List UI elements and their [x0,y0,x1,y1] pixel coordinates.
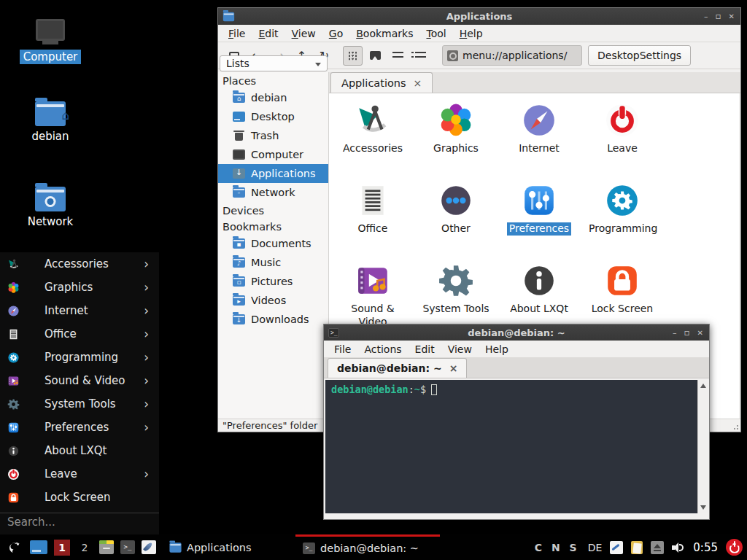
videos-folder-icon: ▸ [233,295,245,306]
sidebar-item-music[interactable]: ♪ Music [218,253,328,272]
workspace-1-button[interactable]: 1 [54,540,70,556]
thumbnail-view-button[interactable] [365,46,385,66]
maximize-icon[interactable] [715,12,721,20]
clipboard-tray-icon[interactable] [631,541,643,554]
desktop-icon-computer[interactable]: Computer [10,18,90,64]
menu-item-office[interactable]: Office [0,322,159,346]
taskbar: 1 2 >_ Applications >_ debian@debian: ~ … [0,534,747,560]
menu-view[interactable]: View [442,342,478,357]
bookmarks-header: Bookmarks [218,218,328,234]
sidebar-item-network[interactable]: ◦ Network [218,183,328,202]
keyboard-indicator[interactable]: C N S [535,542,580,553]
sidebar-mode-select[interactable]: Lists [220,55,328,71]
show-desktop-button[interactable] [30,540,47,554]
sidebar-item-debian[interactable]: ⌂ debian [218,88,328,107]
detailed-view-button[interactable] [411,46,430,66]
folder-graphics[interactable]: Graphics [414,98,498,178]
folder-leave[interactable]: Leave [581,98,664,178]
scroll-up-icon[interactable] [700,384,706,388]
folder-programming[interactable]: Programming [581,178,664,258]
preferences-icon [521,182,557,219]
terminal-titlebar[interactable]: >_ debian@debian: ~ [324,324,709,341]
sound-video-icon [7,375,20,387]
minimize-icon[interactable] [673,329,677,337]
menu-file[interactable]: File [328,342,357,357]
tab-applications[interactable]: Applications [330,72,433,93]
menu-item-preferences[interactable]: Preferences [0,416,159,439]
leave-icon [7,468,20,481]
screenshot-tray-icon[interactable] [610,541,623,554]
sidebar-item-documents[interactable]: ▪ Documents [218,234,328,253]
folder-accessories[interactable]: Accessories [331,98,414,178]
desktop-settings-button[interactable]: DesktopSettings [588,45,691,66]
icon-view-button[interactable] [343,46,363,66]
terminal-tab[interactable]: debian@debian: ~ [328,358,467,378]
menu-help[interactable]: Help [454,26,489,41]
menu-help[interactable]: Help [479,342,514,357]
about-icon [7,445,20,457]
terminal-output[interactable]: debian@debian:~$ [325,380,708,513]
menu-edit[interactable]: Edit [409,342,441,357]
tab-close-icon[interactable] [449,362,458,374]
menu-item-about-lxqt[interactable]: About LXQt [0,439,159,462]
scroll-down-icon[interactable] [700,505,706,510]
task-applications[interactable]: Applications [162,534,279,560]
text-editor-launcher-icon[interactable] [142,540,156,554]
menu-search-input[interactable] [7,516,152,529]
sidebar-item-applications[interactable]: ↓ Applications [218,164,328,183]
clock[interactable]: 0:55 [693,541,718,554]
sidebar-item-trash[interactable]: Trash [218,126,328,145]
menu-edit[interactable]: Edit [252,26,284,41]
maximize-icon[interactable] [684,329,689,337]
menu-item-sound-video[interactable]: Sound & Video [0,369,159,392]
start-menu-icon[interactable] [6,539,23,556]
sidebar-item-videos[interactable]: ▸ Videos [218,291,328,310]
downloads-folder-icon: ↓ [233,314,245,324]
terminal-launcher-icon[interactable]: >_ [120,540,135,554]
menu-tool[interactable]: Tool [420,26,452,41]
eject-tray-icon[interactable] [651,541,664,554]
menu-item-lock-screen[interactable]: Lock Screen [0,486,159,509]
menu-file[interactable]: File [222,26,251,41]
folder-other[interactable]: Other [414,178,498,258]
menu-item-accessories[interactable]: Accessories [0,252,159,276]
menu-go[interactable]: Go [323,26,349,41]
file-manager-titlebar[interactable]: Applications [218,8,740,25]
sidebar-item-downloads[interactable]: ↓ Downloads [218,310,328,329]
preferences-icon [7,421,20,434]
workspace-2-button[interactable]: 2 [77,540,93,556]
close-icon[interactable] [697,329,703,337]
keyboard-layout[interactable]: DE [588,542,603,553]
menu-item-graphics[interactable]: Graphics [0,276,159,299]
desktop-icon-network[interactable]: Network [10,187,90,229]
folder-internet[interactable]: Internet [498,98,581,178]
minimize-icon[interactable] [704,12,708,20]
volume-icon[interactable] [672,542,685,553]
desktop-icon-debian[interactable]: ⌂ debian [10,101,90,144]
folder-preferences[interactable]: Preferences [498,178,581,258]
compact-view-button[interactable] [388,46,408,66]
sidebar-item-desktop[interactable]: Desktop [218,107,328,126]
sidebar-item-pictures[interactable]: ▫ Pictures [218,272,328,291]
menu-item-system-tools[interactable]: System Tools [0,392,159,416]
file-manager-launcher-icon[interactable] [99,540,114,554]
tab-close-icon[interactable] [414,77,422,89]
menu-view[interactable]: View [286,26,322,41]
sidebar-item-computer[interactable]: Computer [218,145,328,164]
menu-item-internet[interactable]: Internet [0,299,159,322]
address-bar[interactable]: menu://applications/ [442,45,582,66]
menu-item-leave[interactable]: Leave [0,462,159,486]
folder-office[interactable]: Office [331,178,414,258]
task-terminal[interactable]: >_ debian@debian: ~ [295,534,440,560]
file-manager-tabbar: Applications [329,72,740,93]
power-button[interactable] [726,539,743,556]
close-icon[interactable] [729,12,735,20]
resize-grip[interactable] [732,423,739,430]
menu-bookmarks[interactable]: Bookmarks [350,26,419,41]
leave-icon [604,102,640,139]
programming-icon [7,351,20,364]
menu-item-programming[interactable]: Programming [0,346,159,369]
terminal-scrollbar[interactable] [697,380,708,513]
office-icon [355,182,391,219]
menu-actions[interactable]: Actions [358,342,407,357]
